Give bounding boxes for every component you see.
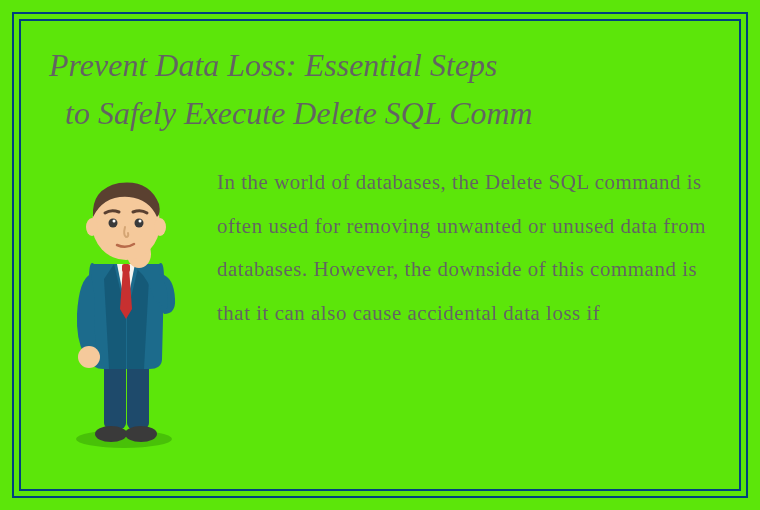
heading-line-1: Prevent Data Loss: Essential Steps	[49, 41, 711, 89]
svg-point-13	[113, 220, 116, 223]
article-body-text: In the world of databases, the Delete SQ…	[217, 159, 711, 336]
article-heading: Prevent Data Loss: Essential Steps to Sa…	[49, 41, 711, 137]
svg-point-9	[86, 218, 98, 236]
svg-point-10	[154, 218, 166, 236]
inner-frame: Prevent Data Loss: Essential Steps to Sa…	[19, 19, 741, 491]
svg-point-14	[139, 220, 142, 223]
svg-point-3	[95, 426, 127, 442]
thinking-businessman-illustration	[49, 159, 199, 459]
svg-point-12	[135, 219, 144, 228]
outer-frame: Prevent Data Loss: Essential Steps to Sa…	[12, 12, 748, 498]
svg-rect-5	[122, 264, 130, 272]
businessman-icon	[49, 159, 199, 449]
svg-point-4	[125, 426, 157, 442]
svg-point-11	[109, 219, 118, 228]
content-row: In the world of databases, the Delete SQ…	[49, 159, 711, 459]
heading-line-2: to Safely Execute Delete SQL Comm	[49, 89, 711, 137]
svg-point-6	[78, 346, 100, 368]
